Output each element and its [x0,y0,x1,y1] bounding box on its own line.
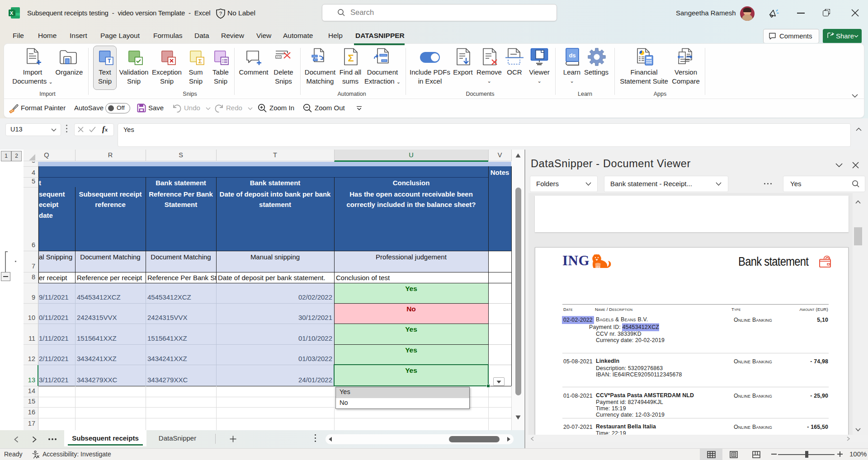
svg-text:X: X [10,10,14,16]
svg-text:Σ: Σ [198,58,202,65]
svg-text:ds: ds [569,52,576,59]
svg-text:?: ? [219,11,222,16]
svg-text:T: T [108,58,111,64]
svg-text:Σ: Σ [348,52,354,64]
